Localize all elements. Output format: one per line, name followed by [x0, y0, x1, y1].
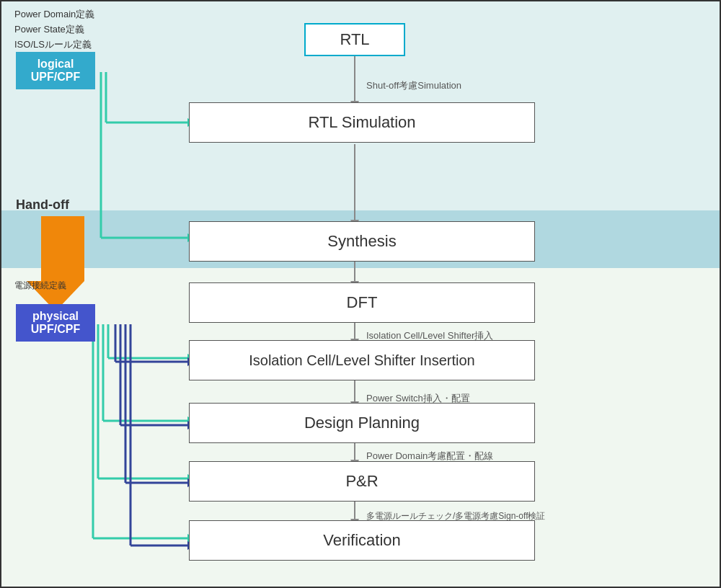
upf-note-physical: 電源接続定義 [14, 279, 66, 292]
box-isolation: Isolation Cell/Level Shifter Insertion [189, 340, 535, 380]
shut-off-text: Shut-off考慮Simulation [366, 80, 461, 91]
verification-label-text: 多電源ルールチェック/多電源考慮Sign-off検証 [366, 511, 545, 521]
upf-note-logical: Power Domain定義 Power State定義 ISO/LSルール定義 [14, 7, 94, 52]
verification-label: Verification [323, 531, 401, 549]
box-design-planning: Design Planning [189, 403, 535, 443]
rtl-label: RTL [340, 30, 369, 48]
diagram-container: Power Domain定義 Power State定義 ISO/LSルール定義… [0, 0, 721, 588]
dft-label: DFT [347, 293, 378, 311]
handoff-label: Hand-off [16, 197, 69, 213]
box-rtl-simulation: RTL Simulation [189, 102, 535, 143]
rtl-simulation-label: RTL Simulation [308, 113, 415, 131]
power-domain-text: Power Domain考慮配置・配線 [366, 450, 493, 461]
isolation-label: Isolation Cell/Level Shifter Insertion [249, 352, 475, 368]
box-rtl: RTL [304, 23, 405, 56]
logical-line1: logical [20, 58, 91, 71]
box-pr: P&R [189, 461, 535, 502]
box-synthesis: Synthesis [189, 221, 535, 262]
physical-line1: physical [20, 310, 91, 323]
upf-physical-box: physical UPF/CPF [16, 304, 95, 342]
pr-label: P&R [345, 472, 378, 490]
power-switch-text: Power Switch挿入・配置 [366, 393, 470, 404]
physical-line2: UPF/CPF [20, 323, 91, 336]
upf-logical-box: logical UPF/CPF [16, 52, 95, 89]
box-verification: Verification [189, 520, 535, 561]
physical-note-text: 電源接続定義 [14, 280, 66, 290]
synthesis-label: Synthesis [327, 232, 396, 250]
shut-off-label: Shut-off考慮Simulation [366, 79, 461, 92]
isolation-label-text: Isolation Cell/Level Shifter挿入 [366, 330, 493, 341]
design-planning-label: Design Planning [304, 414, 420, 432]
logical-note-text: Power Domain定義 Power State定義 ISO/LSルール定義 [14, 9, 94, 50]
handoff-text: Hand-off [16, 197, 69, 212]
logical-line2: UPF/CPF [20, 71, 91, 84]
box-dft: DFT [189, 282, 535, 323]
